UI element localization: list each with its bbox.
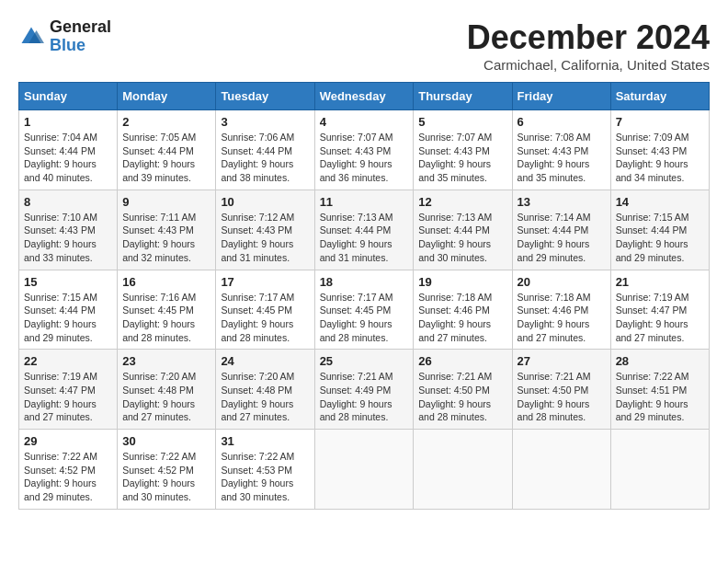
day-cell: 13Sunrise: 7:14 AMSunset: 4:44 PMDayligh… xyxy=(512,190,610,270)
day-number: 4 xyxy=(320,115,409,129)
header-tuesday: Tuesday xyxy=(216,83,314,110)
day-info: Sunrise: 7:14 AMSunset: 4:44 PMDaylight:… xyxy=(518,211,606,265)
calendar-table: SundayMondayTuesdayWednesdayThursdayFrid… xyxy=(18,82,710,510)
day-cell: 14Sunrise: 7:15 AMSunset: 4:44 PMDayligh… xyxy=(610,190,709,270)
day-info: Sunrise: 7:18 AMSunset: 4:46 PMDaylight:… xyxy=(418,291,506,345)
day-cell: 24Sunrise: 7:20 AMSunset: 4:48 PMDayligh… xyxy=(216,350,314,430)
header-sunday: Sunday xyxy=(19,83,118,110)
day-cell: 18Sunrise: 7:17 AMSunset: 4:45 PMDayligh… xyxy=(314,270,414,350)
day-cell: 2Sunrise: 7:05 AMSunset: 4:44 PMDaylight… xyxy=(118,110,216,190)
day-number: 30 xyxy=(122,434,210,448)
day-number: 22 xyxy=(24,354,112,368)
day-number: 10 xyxy=(221,195,309,209)
logo: General Blue xyxy=(18,18,111,55)
day-cell: 31Sunrise: 7:22 AMSunset: 4:53 PMDayligh… xyxy=(216,430,314,510)
header-row: SundayMondayTuesdayWednesdayThursdayFrid… xyxy=(19,83,710,110)
header-saturday: Saturday xyxy=(610,83,709,110)
day-cell: 22Sunrise: 7:19 AMSunset: 4:47 PMDayligh… xyxy=(19,350,118,430)
day-cell: 23Sunrise: 7:20 AMSunset: 4:48 PMDayligh… xyxy=(118,350,216,430)
day-cell: 28Sunrise: 7:22 AMSunset: 4:51 PMDayligh… xyxy=(610,350,709,430)
day-number: 24 xyxy=(221,354,309,368)
day-number: 16 xyxy=(122,275,210,289)
day-number: 21 xyxy=(616,275,704,289)
day-info: Sunrise: 7:21 AMSunset: 4:49 PMDaylight:… xyxy=(320,370,409,424)
day-cell: 1Sunrise: 7:04 AMSunset: 4:44 PMDaylight… xyxy=(19,110,118,190)
day-cell: 17Sunrise: 7:17 AMSunset: 4:45 PMDayligh… xyxy=(216,270,314,350)
day-number: 31 xyxy=(221,434,309,448)
week-row-4: 22Sunrise: 7:19 AMSunset: 4:47 PMDayligh… xyxy=(19,350,710,430)
day-info: Sunrise: 7:04 AMSunset: 4:44 PMDaylight:… xyxy=(24,131,112,185)
day-info: Sunrise: 7:09 AMSunset: 4:43 PMDaylight:… xyxy=(616,131,704,185)
header-friday: Friday xyxy=(512,83,610,110)
day-number: 20 xyxy=(518,275,606,289)
week-row-5: 29Sunrise: 7:22 AMSunset: 4:52 PMDayligh… xyxy=(19,430,710,510)
day-cell: 11Sunrise: 7:13 AMSunset: 4:44 PMDayligh… xyxy=(314,190,414,270)
logo-general: General xyxy=(50,18,111,37)
day-info: Sunrise: 7:17 AMSunset: 4:45 PMDaylight:… xyxy=(221,291,309,345)
logo-text: General Blue xyxy=(50,18,111,55)
header-wednesday: Wednesday xyxy=(314,83,414,110)
day-number: 9 xyxy=(122,195,210,209)
day-info: Sunrise: 7:18 AMSunset: 4:46 PMDaylight:… xyxy=(518,291,606,345)
day-info: Sunrise: 7:22 AMSunset: 4:51 PMDaylight:… xyxy=(616,370,704,424)
day-info: Sunrise: 7:06 AMSunset: 4:44 PMDaylight:… xyxy=(221,131,309,185)
month-title: December 2024 xyxy=(467,18,710,57)
logo-icon xyxy=(18,24,44,50)
day-number: 12 xyxy=(418,195,506,209)
day-info: Sunrise: 7:19 AMSunset: 4:47 PMDaylight:… xyxy=(616,291,704,345)
day-cell xyxy=(610,430,709,510)
day-number: 25 xyxy=(320,354,409,368)
day-info: Sunrise: 7:22 AMSunset: 4:52 PMDaylight:… xyxy=(122,450,210,504)
week-row-2: 8Sunrise: 7:10 AMSunset: 4:43 PMDaylight… xyxy=(19,190,710,270)
day-info: Sunrise: 7:13 AMSunset: 4:44 PMDaylight:… xyxy=(418,211,506,265)
day-cell: 19Sunrise: 7:18 AMSunset: 4:46 PMDayligh… xyxy=(414,270,512,350)
day-cell: 15Sunrise: 7:15 AMSunset: 4:44 PMDayligh… xyxy=(19,270,118,350)
day-number: 13 xyxy=(518,195,606,209)
day-number: 14 xyxy=(616,195,704,209)
day-number: 5 xyxy=(418,115,506,129)
day-info: Sunrise: 7:22 AMSunset: 4:53 PMDaylight:… xyxy=(221,450,309,504)
day-number: 11 xyxy=(320,195,409,209)
day-info: Sunrise: 7:13 AMSunset: 4:44 PMDaylight:… xyxy=(320,211,409,265)
day-info: Sunrise: 7:17 AMSunset: 4:45 PMDaylight:… xyxy=(320,291,409,345)
day-cell: 12Sunrise: 7:13 AMSunset: 4:44 PMDayligh… xyxy=(414,190,512,270)
day-info: Sunrise: 7:21 AMSunset: 4:50 PMDaylight:… xyxy=(518,370,606,424)
day-cell: 30Sunrise: 7:22 AMSunset: 4:52 PMDayligh… xyxy=(118,430,216,510)
day-info: Sunrise: 7:08 AMSunset: 4:43 PMDaylight:… xyxy=(518,131,606,185)
day-number: 3 xyxy=(221,115,309,129)
day-cell: 21Sunrise: 7:19 AMSunset: 4:47 PMDayligh… xyxy=(610,270,709,350)
day-info: Sunrise: 7:15 AMSunset: 4:44 PMDaylight:… xyxy=(24,291,112,345)
day-cell xyxy=(414,430,512,510)
week-row-1: 1Sunrise: 7:04 AMSunset: 4:44 PMDaylight… xyxy=(19,110,710,190)
day-number: 28 xyxy=(616,354,704,368)
day-info: Sunrise: 7:16 AMSunset: 4:45 PMDaylight:… xyxy=(122,291,210,345)
day-number: 1 xyxy=(24,115,112,129)
day-cell: 7Sunrise: 7:09 AMSunset: 4:43 PMDaylight… xyxy=(610,110,709,190)
title-area: December 2024 Carmichael, California, Un… xyxy=(467,18,710,73)
day-info: Sunrise: 7:11 AMSunset: 4:43 PMDaylight:… xyxy=(122,211,210,265)
day-cell: 26Sunrise: 7:21 AMSunset: 4:50 PMDayligh… xyxy=(414,350,512,430)
day-cell: 27Sunrise: 7:21 AMSunset: 4:50 PMDayligh… xyxy=(512,350,610,430)
day-number: 19 xyxy=(418,275,506,289)
day-cell xyxy=(314,430,414,510)
day-info: Sunrise: 7:05 AMSunset: 4:44 PMDaylight:… xyxy=(122,131,210,185)
day-number: 29 xyxy=(24,434,112,448)
day-info: Sunrise: 7:07 AMSunset: 4:43 PMDaylight:… xyxy=(418,131,506,185)
day-cell: 20Sunrise: 7:18 AMSunset: 4:46 PMDayligh… xyxy=(512,270,610,350)
day-cell: 10Sunrise: 7:12 AMSunset: 4:43 PMDayligh… xyxy=(216,190,314,270)
day-number: 6 xyxy=(518,115,606,129)
day-number: 23 xyxy=(122,354,210,368)
day-number: 18 xyxy=(320,275,409,289)
day-info: Sunrise: 7:07 AMSunset: 4:43 PMDaylight:… xyxy=(320,131,409,185)
day-info: Sunrise: 7:21 AMSunset: 4:50 PMDaylight:… xyxy=(418,370,506,424)
day-cell: 25Sunrise: 7:21 AMSunset: 4:49 PMDayligh… xyxy=(314,350,414,430)
day-cell: 29Sunrise: 7:22 AMSunset: 4:52 PMDayligh… xyxy=(19,430,118,510)
day-cell: 4Sunrise: 7:07 AMSunset: 4:43 PMDaylight… xyxy=(314,110,414,190)
location-title: Carmichael, California, United States xyxy=(467,57,710,73)
day-cell: 8Sunrise: 7:10 AMSunset: 4:43 PMDaylight… xyxy=(19,190,118,270)
day-cell: 6Sunrise: 7:08 AMSunset: 4:43 PMDaylight… xyxy=(512,110,610,190)
day-info: Sunrise: 7:19 AMSunset: 4:47 PMDaylight:… xyxy=(24,370,112,424)
day-number: 2 xyxy=(122,115,210,129)
logo-blue: Blue xyxy=(50,37,111,55)
day-cell: 3Sunrise: 7:06 AMSunset: 4:44 PMDaylight… xyxy=(216,110,314,190)
